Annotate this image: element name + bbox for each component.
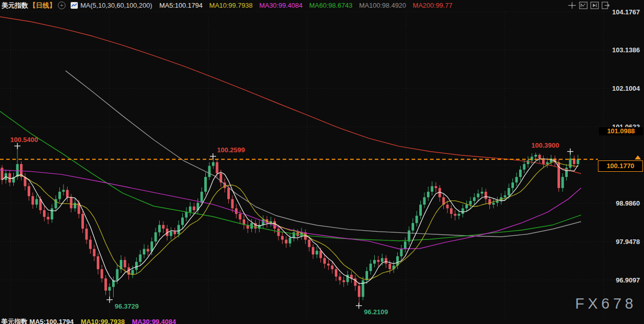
axis-price-label: 102.1004	[612, 85, 640, 92]
last-price-tag: 100.1770	[598, 160, 643, 172]
candle-body	[534, 155, 537, 157]
candle-body	[488, 199, 491, 205]
subpane-legend-seg-1: MA10:99.7938	[81, 318, 125, 324]
candle-body	[508, 188, 510, 195]
candle-body	[423, 197, 426, 205]
chart-legend: 美元指数 【日线】 + MA(5,10,30,60,100,200) MA5:1…	[2, 1, 459, 10]
candle-body	[181, 217, 184, 225]
subpane-legend-clipped: 美元指数 MA5:100.1794MA10:99.7938MA30:99.408…	[1, 318, 183, 324]
candle-body	[43, 210, 46, 217]
axis-price-label: 98.9860	[616, 199, 640, 207]
candle-body	[465, 205, 468, 208]
circle-plus-icon[interactable]: +	[58, 2, 66, 9]
ma-line-ma200	[0, 17, 581, 174]
candle-body	[239, 214, 242, 219]
chart-play-icon[interactable]	[590, 1, 599, 9]
candle-body	[212, 162, 214, 166]
candle-body	[504, 195, 506, 197]
candle-body	[101, 269, 103, 278]
candle-body	[431, 186, 434, 192]
export-icon[interactable]	[601, 1, 610, 9]
candle-body	[435, 186, 437, 188]
candle-body	[189, 207, 191, 212]
axis-price-label: 103.1386	[612, 46, 640, 54]
line-chart-icon[interactable]	[71, 2, 78, 9]
candle-body	[170, 232, 173, 236]
candle-body	[193, 207, 196, 210]
candle-body	[450, 208, 453, 214]
candle-body	[539, 155, 541, 158]
extreme-price-label: 96.3729	[115, 302, 139, 310]
price-up-arrow-icon	[635, 155, 641, 159]
candle-body	[327, 264, 330, 266]
candlestick-chart-canvas[interactable]	[0, 0, 644, 324]
ma-value-3: MA60:98.6743	[309, 2, 353, 9]
period-label: 【日线】	[29, 1, 56, 10]
chart-scale-icon[interactable]	[578, 1, 588, 9]
candle-body	[227, 188, 230, 199]
candle-body	[473, 197, 476, 201]
extreme-price-label: 100.5400	[10, 136, 38, 144]
candle-body	[47, 217, 50, 219]
candle-body	[312, 247, 314, 254]
symbol-title: 美元指数	[2, 1, 28, 10]
axis-price-label: 104.1767	[612, 8, 640, 16]
candle-body	[408, 231, 411, 242]
candle-body	[477, 194, 480, 197]
candle-body	[58, 192, 61, 199]
candle-body	[519, 170, 522, 177]
candle-body	[381, 258, 383, 262]
candle-body	[178, 225, 180, 234]
candle-body	[308, 240, 311, 247]
candle-body	[577, 159, 579, 164]
candle-body	[143, 249, 145, 255]
candle-body	[546, 162, 549, 164]
candle-body	[162, 225, 165, 229]
subpane-legend-seg-0: 美元指数 MA5:100.1794	[1, 318, 74, 324]
candle-body	[89, 240, 92, 249]
candle-body	[62, 190, 65, 192]
candle-body	[404, 241, 406, 249]
candle-body	[139, 254, 142, 261]
candle-body	[562, 177, 564, 188]
candle-body	[155, 232, 157, 241]
ma-value-4: MA100:98.4920	[359, 2, 406, 9]
candle-body	[373, 260, 376, 264]
candle-body	[492, 203, 495, 205]
candle-body	[1, 168, 4, 180]
candle-body	[400, 249, 403, 256]
crosshair-icon[interactable]	[567, 1, 576, 9]
candle-body	[281, 236, 284, 239]
candle-body	[85, 229, 88, 240]
candle-body	[458, 214, 460, 216]
candle-body	[28, 186, 30, 196]
candle-body	[454, 214, 457, 216]
candle-body	[124, 260, 126, 267]
trading-chart-app: 美元指数 【日线】 + MA(5,10,30,60,100,200) MA5:1…	[0, 0, 644, 324]
candle-body	[93, 249, 96, 256]
candle-body	[527, 160, 529, 164]
candle-body	[116, 269, 119, 280]
candle-body	[511, 183, 514, 188]
candle-body	[289, 238, 291, 244]
candle-body	[370, 264, 372, 271]
candle-body	[412, 223, 414, 230]
candle-body	[216, 162, 219, 173]
candle-body	[427, 192, 430, 197]
candle-body	[51, 208, 53, 219]
candle-body	[366, 271, 368, 280]
candle-body	[35, 199, 38, 205]
candle-body	[331, 266, 334, 269]
ma-line-ma10	[2, 161, 578, 279]
extreme-price-label: 100.2599	[217, 146, 245, 154]
candle-body	[293, 232, 295, 238]
candle-body	[97, 256, 99, 269]
candle-body	[496, 201, 499, 203]
candle-body	[523, 164, 526, 170]
ma-line-ma60	[0, 111, 581, 241]
candle-body	[109, 287, 111, 291]
ma-settings-label: MA(5,10,30,60,100,200)	[80, 2, 152, 9]
subpane-legend-seg-2: MA30:99.4084	[132, 318, 176, 324]
candle-body	[158, 225, 161, 232]
candle-body	[324, 258, 326, 264]
